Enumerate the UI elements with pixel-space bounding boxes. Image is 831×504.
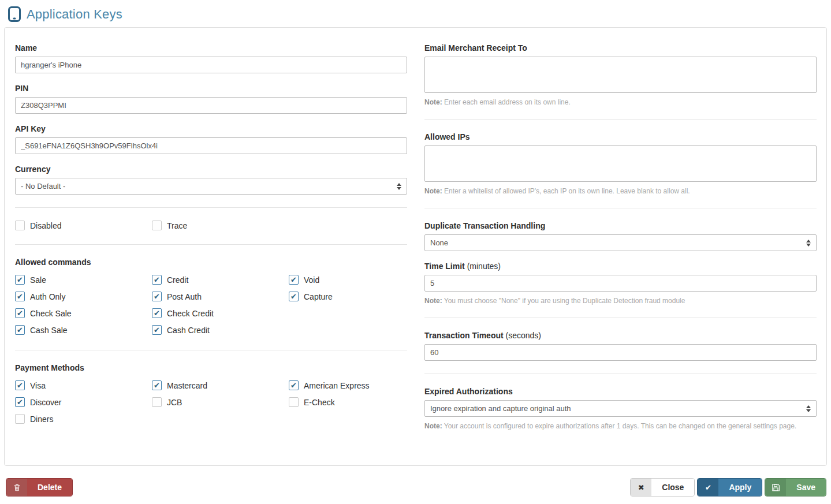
checkbox-label: Check Sale: [30, 309, 72, 318]
close-x-icon: ✖: [631, 479, 651, 496]
checkbox-item-diners[interactable]: Diners: [15, 414, 152, 424]
checkbox-item-trace[interactable]: Trace: [152, 221, 187, 230]
time-limit-unit: (minutes): [465, 262, 501, 271]
checkbox-item-post-auth[interactable]: ✔Post Auth: [152, 292, 289, 301]
currency-selected-value: - No Default -: [21, 182, 65, 191]
email-receipt-textarea[interactable]: [424, 57, 817, 93]
expired-auth-selected-value: Ignore expiration and capture original a…: [430, 404, 571, 413]
name-input[interactable]: [15, 57, 407, 73]
checkbox-checked-icon[interactable]: ✔: [15, 292, 25, 301]
payment-methods-checkbox-grid: ✔Visa✔DiscoverDiners✔MastercardJCB✔Ameri…: [15, 380, 407, 431]
flags-checkbox-grid: DisabledTrace: [15, 221, 407, 237]
checkbox-checked-icon[interactable]: ✔: [152, 292, 162, 301]
checkbox-label: Disabled: [30, 221, 61, 230]
expired-auth-label: Expired Authorizations: [424, 387, 817, 396]
checkbox-item-auth-only[interactable]: ✔Auth Only: [15, 292, 152, 301]
api-key-input[interactable]: [15, 137, 407, 154]
checkbox-checked-icon[interactable]: ✔: [289, 275, 299, 285]
allowed-ips-textarea[interactable]: [424, 145, 817, 182]
footer-button-bar: Delete ✖ Close ✔ Apply Save: [0, 466, 831, 496]
duplicate-handling-label: Duplicate Transaction Handling: [424, 221, 817, 230]
checkbox-label: Capture: [304, 292, 333, 301]
currency-select[interactable]: - No Default -: [15, 178, 407, 195]
apply-check-icon: ✔: [698, 479, 718, 496]
checkbox-item-check-sale[interactable]: ✔Check Sale: [15, 308, 152, 318]
note-prefix: Note:: [424, 98, 442, 106]
checkbox-unchecked-icon[interactable]: [15, 414, 25, 424]
checkbox-unchecked-icon[interactable]: [152, 221, 162, 230]
divider: [424, 318, 817, 318]
checkbox-checked-icon[interactable]: ✔: [15, 325, 25, 335]
divider: [15, 207, 407, 208]
checkbox-checked-icon[interactable]: ✔: [289, 292, 299, 301]
payment-methods-title: Payment Methods: [15, 363, 407, 372]
time-limit-group: Time Limit (minutes) Note: You must choo…: [424, 262, 817, 305]
time-limit-input[interactable]: [424, 275, 817, 292]
checkbox-unchecked-icon[interactable]: [289, 397, 299, 407]
checkbox-item-mastercard[interactable]: ✔Mastercard: [152, 380, 289, 390]
delete-button[interactable]: Delete: [6, 478, 73, 496]
checkbox-checked-icon[interactable]: ✔: [152, 380, 162, 390]
allowed-ips-group: Allowed IPs Note: Enter a whitelist of a…: [424, 132, 817, 195]
checkbox-checked-icon[interactable]: ✔: [152, 275, 162, 285]
checkbox-item-cash-sale[interactable]: ✔Cash Sale: [15, 325, 152, 335]
checkbox-label: Check Credit: [167, 309, 214, 318]
apply-button-label: Apply: [718, 479, 762, 496]
checkbox-label: Void: [304, 275, 319, 285]
checkbox-item-check-credit[interactable]: ✔Check Credit: [152, 308, 289, 318]
checkbox-item-void[interactable]: ✔Void: [289, 275, 333, 285]
checkbox-item-american-express[interactable]: ✔American Express: [289, 380, 370, 390]
checkbox-item-sale[interactable]: ✔Sale: [15, 275, 152, 285]
checkbox-label: Credit: [167, 275, 188, 285]
delete-button-label: Delete: [27, 479, 72, 496]
checkbox-item-visa[interactable]: ✔Visa: [15, 380, 152, 390]
expired-auth-note: Note: Your account is configured to expi…: [424, 422, 817, 430]
trash-icon: [6, 479, 27, 496]
time-limit-note: Note: You must choose "None" if you are …: [424, 297, 817, 305]
checkbox-checked-icon[interactable]: ✔: [152, 308, 162, 318]
checkbox-item-e-check[interactable]: E-Check: [289, 397, 370, 407]
checkbox-checked-icon[interactable]: ✔: [15, 308, 25, 318]
checkbox-checked-icon[interactable]: ✔: [15, 275, 25, 285]
name-label: Name: [15, 43, 407, 53]
checkbox-label: Visa: [30, 381, 46, 390]
checkbox-item-jcb[interactable]: JCB: [152, 397, 289, 407]
checkbox-column: ✔Visa✔DiscoverDiners: [15, 380, 152, 431]
checkbox-item-disabled[interactable]: Disabled: [15, 221, 152, 230]
checkbox-checked-icon[interactable]: ✔: [152, 325, 162, 335]
checkbox-column: ✔Void✔Capture: [289, 275, 333, 342]
checkbox-label: Mastercard: [167, 381, 207, 390]
checkbox-label: Cash Credit: [167, 326, 210, 335]
checkbox-item-cash-credit[interactable]: ✔Cash Credit: [152, 325, 289, 335]
note-text: You must choose "None" if you are using …: [442, 297, 685, 305]
checkbox-column: Trace: [152, 221, 187, 237]
save-button-label: Save: [786, 479, 826, 496]
divider: [424, 119, 817, 120]
checkbox-checked-icon[interactable]: ✔: [289, 380, 299, 390]
pin-field-group: PIN: [15, 84, 407, 114]
checkbox-checked-icon[interactable]: ✔: [15, 380, 25, 390]
duplicate-handling-select[interactable]: None: [424, 234, 817, 251]
apply-button[interactable]: ✔ Apply: [697, 478, 762, 496]
checkbox-checked-icon[interactable]: ✔: [15, 397, 25, 407]
payment-methods-section: Payment Methods ✔Visa✔DiscoverDiners✔Mas…: [15, 363, 407, 431]
currency-label: Currency: [15, 165, 407, 174]
checkbox-column: ✔MastercardJCB: [152, 380, 289, 431]
transaction-timeout-input[interactable]: [424, 344, 817, 361]
checkbox-item-discover[interactable]: ✔Discover: [15, 397, 152, 407]
allowed-commands-checkbox-grid: ✔Sale✔Auth Only✔Check Sale✔Cash Sale✔Cre…: [15, 275, 407, 342]
duplicate-handling-group: Duplicate Transaction Handling None: [424, 221, 817, 251]
allowed-ips-note: Note: Enter a whitelist of allowed IP's,…: [424, 187, 817, 195]
divider: [424, 374, 817, 374]
checkbox-item-capture[interactable]: ✔Capture: [289, 292, 333, 301]
checkbox-unchecked-icon[interactable]: [152, 397, 162, 407]
checkbox-item-credit[interactable]: ✔Credit: [152, 275, 289, 285]
close-button[interactable]: ✖ Close: [630, 478, 695, 496]
save-button[interactable]: Save: [765, 478, 826, 496]
checkbox-label: Post Auth: [167, 292, 202, 301]
pin-input[interactable]: [15, 97, 407, 114]
checkbox-unchecked-icon[interactable]: [15, 221, 25, 230]
divider: [424, 208, 817, 208]
expired-auth-select[interactable]: Ignore expiration and capture original a…: [424, 400, 817, 417]
email-receipt-label: Email Merchant Receipt To: [424, 43, 817, 53]
